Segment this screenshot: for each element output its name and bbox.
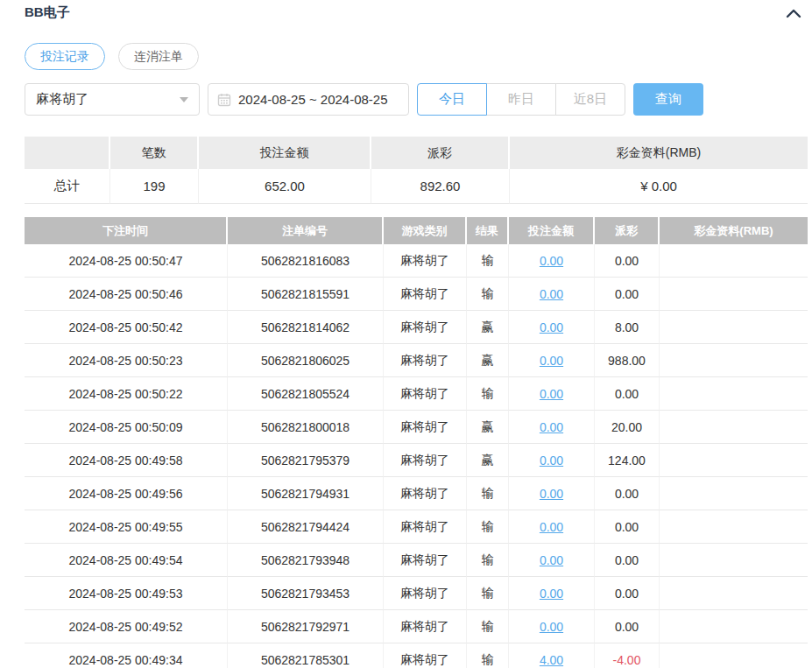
summary-header-cell: 彩金资料(RMB) — [510, 137, 808, 169]
records-header-cell: 派彩 — [595, 217, 660, 244]
payout-cell: 0.00 — [595, 577, 660, 610]
bet-amount-link[interactable]: 0.00 — [540, 287, 563, 301]
payout-cell: 0.00 — [595, 510, 660, 544]
bet-amount-link[interactable]: 0.00 — [540, 420, 563, 434]
order-id-cell: 5062821795379 — [228, 444, 384, 477]
record-type-tabs: 投注记录 连消注单 — [25, 43, 812, 70]
order-id-cell: 5062821793453 — [228, 577, 384, 610]
caret-down-icon — [180, 97, 188, 102]
bet-amount-cell: 0.00 — [509, 278, 595, 311]
tab-betting-records[interactable]: 投注记录 — [25, 43, 105, 70]
bet-time-cell: 2024-08-25 00:49:56 — [25, 477, 228, 510]
filter-bar: 麻将胡了 2024-08-25 ~ 2024-08-25 今日 昨日 近8日 查… — [25, 83, 812, 116]
summary-header-cell: 笔数 — [110, 137, 199, 169]
game-type-cell: 麻将胡了 — [384, 377, 467, 411]
summary-table: 笔数投注金额派彩彩金资料(RMB) 总计 199 652.00 892.60 ¥… — [25, 137, 808, 204]
result-cell: 赢 — [467, 444, 509, 477]
collapse-panel-button[interactable] — [784, 6, 803, 20]
jackpot-cell — [660, 377, 808, 411]
records-header-cell: 注单编号 — [228, 217, 384, 244]
payout-cell: 0.00 — [595, 244, 660, 278]
page-title: BB电子 — [25, 4, 70, 21]
result-cell: 赢 — [467, 411, 509, 444]
bet-amount-link[interactable]: 0.00 — [540, 553, 563, 567]
game-select[interactable]: 麻将胡了 — [25, 83, 200, 116]
bet-amount-link[interactable]: 0.00 — [540, 620, 563, 634]
bet-amount-link[interactable]: 0.00 — [540, 320, 563, 334]
bet-amount-link[interactable]: 0.00 — [540, 254, 563, 268]
result-cell: 输 — [467, 544, 509, 577]
jackpot-cell — [660, 411, 808, 444]
range-today-button[interactable]: 今日 — [417, 83, 487, 116]
game-type-cell: 麻将胡了 — [384, 610, 467, 643]
range-yesterday-button[interactable]: 昨日 — [486, 83, 556, 116]
chevron-up-icon — [786, 8, 801, 21]
bet-amount-link[interactable]: 0.00 — [540, 487, 563, 501]
summary-header-cell: 投注金额 — [199, 137, 371, 169]
payout-cell: 0.00 — [595, 610, 660, 643]
game-type-cell: 麻将胡了 — [384, 278, 467, 311]
game-type-cell: 麻将胡了 — [384, 444, 467, 477]
jackpot-cell — [660, 444, 808, 477]
payout-cell: 0.00 — [595, 377, 660, 411]
game-type-cell: 麻将胡了 — [384, 544, 467, 577]
jackpot-cell — [660, 610, 808, 643]
order-id-cell: 5062821816083 — [228, 244, 384, 278]
payout-cell: 20.00 — [595, 411, 660, 444]
bet-amount-link[interactable]: 0.00 — [540, 520, 563, 534]
bet-amount-link[interactable]: 0.00 — [540, 587, 563, 601]
result-cell: 输 — [467, 377, 509, 411]
bet-amount-link[interactable]: 0.00 — [540, 454, 563, 468]
bet-amount-link[interactable]: 0.00 — [540, 354, 563, 368]
jackpot-cell — [660, 244, 808, 278]
order-id-cell: 5062821800018 — [228, 411, 384, 444]
table-row: 2024-08-25 00:49:525062821792971麻将胡了输0.0… — [25, 610, 808, 643]
bet-amount-link[interactable]: 0.00 — [540, 387, 563, 401]
bet-amount-cell: 0.00 — [509, 444, 595, 477]
records-table: 下注时间注单编号游戏类别结果投注金额派彩彩金资料(RMB) 2024-08-25… — [25, 217, 808, 668]
jackpot-cell — [660, 311, 808, 344]
bet-time-cell: 2024-08-25 00:49:53 — [25, 577, 228, 610]
bet-amount-cell: 0.00 — [509, 377, 595, 411]
bet-time-cell: 2024-08-25 00:49:58 — [25, 444, 228, 477]
bet-amount-link[interactable]: 4.00 — [540, 653, 563, 667]
bet-amount-cell: 0.00 — [509, 477, 595, 510]
order-id-cell: 5062821815591 — [228, 278, 384, 311]
table-row: 2024-08-25 00:50:425062821814062麻将胡了赢0.0… — [25, 311, 808, 344]
bet-amount-cell: 0.00 — [509, 244, 595, 278]
order-id-cell: 5062821806025 — [228, 344, 384, 377]
game-type-cell: 麻将胡了 — [384, 577, 467, 610]
bet-time-cell: 2024-08-25 00:50:42 — [25, 311, 228, 344]
bet-time-cell: 2024-08-25 00:49:34 — [25, 643, 228, 668]
table-row: 2024-08-25 00:50:465062821815591麻将胡了输0.0… — [25, 278, 808, 311]
records-header-cell: 下注时间 — [25, 217, 228, 244]
records-header-cell: 彩金资料(RMB) — [660, 217, 808, 244]
jackpot-cell — [660, 278, 808, 311]
bet-time-cell: 2024-08-25 00:49:52 — [25, 610, 228, 643]
summary-header-cell — [25, 137, 110, 169]
result-cell: 输 — [467, 477, 509, 510]
payout-cell: -4.00 — [595, 643, 660, 668]
summary-payout: 892.60 — [371, 169, 510, 204]
order-id-cell: 5062821814062 — [228, 311, 384, 344]
calendar-icon — [217, 93, 231, 107]
game-type-cell: 麻将胡了 — [384, 244, 467, 278]
result-cell: 赢 — [467, 311, 509, 344]
table-row: 2024-08-25 00:49:545062821793948麻将胡了输0.0… — [25, 544, 808, 577]
table-row: 2024-08-25 00:49:345062821785301麻将胡了输4.0… — [25, 643, 808, 668]
range-last8days-button[interactable]: 近8日 — [555, 83, 625, 116]
jackpot-cell — [660, 643, 808, 668]
order-id-cell: 5062821785301 — [228, 643, 384, 668]
order-id-cell: 5062821805524 — [228, 377, 384, 411]
search-button[interactable]: 查询 — [633, 83, 703, 116]
table-row: 2024-08-25 00:49:535062821793453麻将胡了输0.0… — [25, 577, 808, 610]
payout-cell: 0.00 — [595, 477, 660, 510]
date-range-input[interactable]: 2024-08-25 ~ 2024-08-25 — [208, 83, 409, 116]
summary-bet-amount: 652.00 — [199, 169, 371, 204]
payout-cell: 124.00 — [595, 444, 660, 477]
bet-time-cell: 2024-08-25 00:50:22 — [25, 377, 228, 411]
tab-cancelled-orders[interactable]: 连消注单 — [118, 43, 199, 70]
bet-time-cell: 2024-08-25 00:50:46 — [25, 278, 228, 311]
records-header-cell: 结果 — [467, 217, 509, 244]
table-row: 2024-08-25 00:49:555062821794424麻将胡了输0.0… — [25, 510, 808, 544]
